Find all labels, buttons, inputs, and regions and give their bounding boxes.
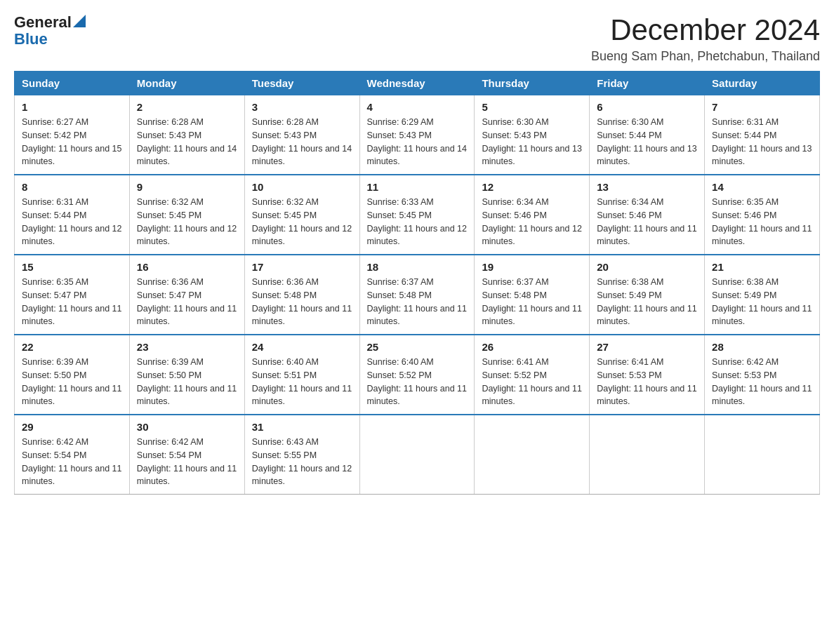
day-info: Sunrise: 6:32 AM Sunset: 5:45 PM Dayligh… xyxy=(137,196,237,248)
day-number: 19 xyxy=(482,261,582,273)
calendar-cell: 23 Sunrise: 6:39 AM Sunset: 5:50 PM Dayl… xyxy=(129,335,244,415)
calendar-cell: 31 Sunrise: 6:43 AM Sunset: 5:55 PM Dayl… xyxy=(244,415,359,495)
calendar-cell: 2 Sunrise: 6:28 AM Sunset: 5:43 PM Dayli… xyxy=(129,95,244,175)
calendar-table: SundayMondayTuesdayWednesdayThursdayFrid… xyxy=(14,71,820,495)
day-info: Sunrise: 6:27 AM Sunset: 5:42 PM Dayligh… xyxy=(22,116,122,168)
day-number: 10 xyxy=(252,181,352,193)
day-number: 14 xyxy=(712,181,812,193)
day-number: 23 xyxy=(137,341,237,353)
day-info: Sunrise: 6:28 AM Sunset: 5:43 PM Dayligh… xyxy=(252,116,352,168)
day-number: 18 xyxy=(367,261,468,273)
day-number: 3 xyxy=(252,101,352,113)
calendar-week-row: 15 Sunrise: 6:35 AM Sunset: 5:47 PM Dayl… xyxy=(15,255,820,335)
day-info: Sunrise: 6:34 AM Sunset: 5:46 PM Dayligh… xyxy=(482,196,582,248)
title-block: December 2024 Bueng Sam Phan, Phetchabun… xyxy=(591,14,820,64)
logo-general: General xyxy=(14,14,72,31)
day-info: Sunrise: 6:33 AM Sunset: 5:45 PM Dayligh… xyxy=(367,196,468,248)
calendar-cell xyxy=(359,415,475,495)
day-info: Sunrise: 6:41 AM Sunset: 5:52 PM Dayligh… xyxy=(482,356,582,408)
calendar-cell: 21 Sunrise: 6:38 AM Sunset: 5:49 PM Dayl… xyxy=(705,255,820,335)
calendar-cell: 17 Sunrise: 6:36 AM Sunset: 5:48 PM Dayl… xyxy=(244,255,359,335)
calendar-cell: 8 Sunrise: 6:31 AM Sunset: 5:44 PM Dayli… xyxy=(15,175,130,255)
day-info: Sunrise: 6:42 AM Sunset: 5:53 PM Dayligh… xyxy=(712,356,812,408)
day-number: 9 xyxy=(137,181,237,193)
day-number: 20 xyxy=(597,261,697,273)
day-number: 5 xyxy=(482,101,582,113)
month-title: December 2024 xyxy=(591,14,820,46)
day-info: Sunrise: 6:37 AM Sunset: 5:48 PM Dayligh… xyxy=(367,276,468,328)
day-number: 11 xyxy=(367,181,468,193)
calendar-cell: 13 Sunrise: 6:34 AM Sunset: 5:46 PM Dayl… xyxy=(590,175,705,255)
location-title: Bueng Sam Phan, Phetchabun, Thailand xyxy=(591,49,820,64)
day-number: 2 xyxy=(137,101,237,113)
day-number: 15 xyxy=(22,261,122,273)
calendar-cell: 25 Sunrise: 6:40 AM Sunset: 5:52 PM Dayl… xyxy=(359,335,475,415)
day-info: Sunrise: 6:28 AM Sunset: 5:43 PM Dayligh… xyxy=(137,116,237,168)
day-number: 17 xyxy=(252,261,352,273)
day-info: Sunrise: 6:40 AM Sunset: 5:51 PM Dayligh… xyxy=(252,356,352,408)
day-info: Sunrise: 6:39 AM Sunset: 5:50 PM Dayligh… xyxy=(22,356,122,408)
day-number: 6 xyxy=(597,101,697,113)
day-number: 29 xyxy=(22,421,122,433)
day-number: 16 xyxy=(137,261,237,273)
page-header: General Blue December 2024 Bueng Sam Pha… xyxy=(14,14,820,64)
day-info: Sunrise: 6:35 AM Sunset: 5:46 PM Dayligh… xyxy=(712,196,812,248)
header-monday: Monday xyxy=(129,72,244,95)
day-number: 28 xyxy=(712,341,812,353)
calendar-cell: 24 Sunrise: 6:40 AM Sunset: 5:51 PM Dayl… xyxy=(244,335,359,415)
day-number: 7 xyxy=(712,101,812,113)
calendar-cell: 4 Sunrise: 6:29 AM Sunset: 5:43 PM Dayli… xyxy=(359,95,475,175)
day-info: Sunrise: 6:40 AM Sunset: 5:52 PM Dayligh… xyxy=(367,356,468,408)
calendar-cell: 6 Sunrise: 6:30 AM Sunset: 5:44 PM Dayli… xyxy=(590,95,705,175)
day-number: 13 xyxy=(597,181,697,193)
svg-marker-0 xyxy=(73,15,86,27)
calendar-cell: 19 Sunrise: 6:37 AM Sunset: 5:48 PM Dayl… xyxy=(475,255,590,335)
calendar-cell: 29 Sunrise: 6:42 AM Sunset: 5:54 PM Dayl… xyxy=(15,415,130,495)
day-info: Sunrise: 6:42 AM Sunset: 5:54 PM Dayligh… xyxy=(22,436,122,488)
calendar-cell: 10 Sunrise: 6:32 AM Sunset: 5:45 PM Dayl… xyxy=(244,175,359,255)
calendar-week-row: 1 Sunrise: 6:27 AM Sunset: 5:42 PM Dayli… xyxy=(15,95,820,175)
day-info: Sunrise: 6:31 AM Sunset: 5:44 PM Dayligh… xyxy=(712,116,812,168)
day-number: 22 xyxy=(22,341,122,353)
calendar-cell: 28 Sunrise: 6:42 AM Sunset: 5:53 PM Dayl… xyxy=(705,335,820,415)
day-number: 26 xyxy=(482,341,582,353)
day-info: Sunrise: 6:38 AM Sunset: 5:49 PM Dayligh… xyxy=(597,276,697,328)
calendar-cell: 11 Sunrise: 6:33 AM Sunset: 5:45 PM Dayl… xyxy=(359,175,475,255)
day-number: 24 xyxy=(252,341,352,353)
day-info: Sunrise: 6:36 AM Sunset: 5:48 PM Dayligh… xyxy=(252,276,352,328)
calendar-cell xyxy=(590,415,705,495)
day-info: Sunrise: 6:35 AM Sunset: 5:47 PM Dayligh… xyxy=(22,276,122,328)
calendar-cell: 12 Sunrise: 6:34 AM Sunset: 5:46 PM Dayl… xyxy=(475,175,590,255)
day-number: 27 xyxy=(597,341,697,353)
calendar-cell: 30 Sunrise: 6:42 AM Sunset: 5:54 PM Dayl… xyxy=(129,415,244,495)
calendar-cell xyxy=(705,415,820,495)
calendar-cell: 3 Sunrise: 6:28 AM Sunset: 5:43 PM Dayli… xyxy=(244,95,359,175)
day-info: Sunrise: 6:39 AM Sunset: 5:50 PM Dayligh… xyxy=(137,356,237,408)
day-info: Sunrise: 6:42 AM Sunset: 5:54 PM Dayligh… xyxy=(137,436,237,488)
day-number: 12 xyxy=(482,181,582,193)
calendar-cell: 22 Sunrise: 6:39 AM Sunset: 5:50 PM Dayl… xyxy=(15,335,130,415)
calendar-week-row: 22 Sunrise: 6:39 AM Sunset: 5:50 PM Dayl… xyxy=(15,335,820,415)
day-info: Sunrise: 6:31 AM Sunset: 5:44 PM Dayligh… xyxy=(22,196,122,248)
header-saturday: Saturday xyxy=(705,72,820,95)
header-wednesday: Wednesday xyxy=(359,72,475,95)
calendar-cell xyxy=(475,415,590,495)
day-number: 31 xyxy=(252,421,352,433)
day-info: Sunrise: 6:43 AM Sunset: 5:55 PM Dayligh… xyxy=(252,436,352,488)
calendar-cell: 15 Sunrise: 6:35 AM Sunset: 5:47 PM Dayl… xyxy=(15,255,130,335)
logo: General Blue xyxy=(14,14,86,48)
calendar-header-row: SundayMondayTuesdayWednesdayThursdayFrid… xyxy=(15,72,820,95)
day-info: Sunrise: 6:34 AM Sunset: 5:46 PM Dayligh… xyxy=(597,196,697,248)
day-info: Sunrise: 6:41 AM Sunset: 5:53 PM Dayligh… xyxy=(597,356,697,408)
day-number: 21 xyxy=(712,261,812,273)
calendar-cell: 26 Sunrise: 6:41 AM Sunset: 5:52 PM Dayl… xyxy=(475,335,590,415)
calendar-cell: 27 Sunrise: 6:41 AM Sunset: 5:53 PM Dayl… xyxy=(590,335,705,415)
calendar-cell: 9 Sunrise: 6:32 AM Sunset: 5:45 PM Dayli… xyxy=(129,175,244,255)
day-info: Sunrise: 6:36 AM Sunset: 5:47 PM Dayligh… xyxy=(137,276,237,328)
day-info: Sunrise: 6:29 AM Sunset: 5:43 PM Dayligh… xyxy=(367,116,468,168)
day-number: 25 xyxy=(367,341,468,353)
day-number: 4 xyxy=(367,101,468,113)
day-info: Sunrise: 6:30 AM Sunset: 5:44 PM Dayligh… xyxy=(597,116,697,168)
day-info: Sunrise: 6:30 AM Sunset: 5:43 PM Dayligh… xyxy=(482,116,582,168)
calendar-cell: 14 Sunrise: 6:35 AM Sunset: 5:46 PM Dayl… xyxy=(705,175,820,255)
